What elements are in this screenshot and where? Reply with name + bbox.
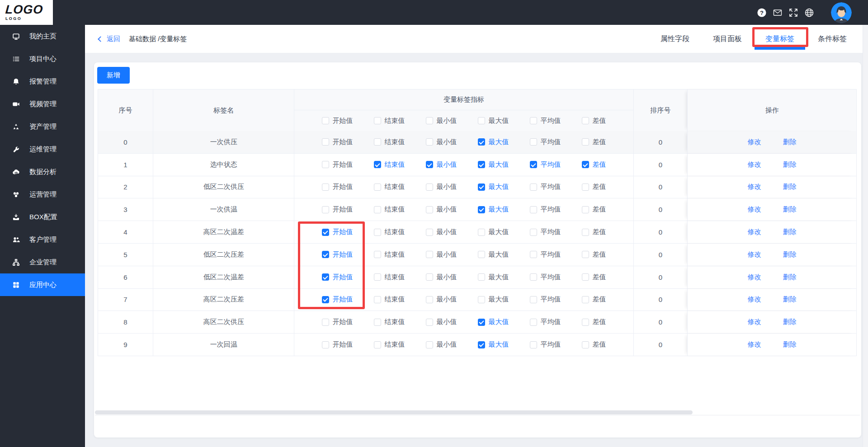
checkbox-checked-icon[interactable] (322, 251, 329, 258)
checkbox-checked-icon[interactable] (426, 161, 433, 168)
sidebar-item-9[interactable]: 客户管理 (0, 228, 85, 251)
checkbox-icon[interactable] (374, 229, 381, 236)
tab-1[interactable]: 项目面板 (713, 34, 742, 44)
sidebar-item-6[interactable]: 数据分析 (0, 160, 85, 183)
checkbox-icon[interactable] (426, 206, 433, 213)
checkbox-icon[interactable] (530, 117, 537, 124)
sidebar-item-4[interactable]: 资产管理 (0, 115, 85, 138)
delete-link[interactable]: 删除 (783, 160, 797, 169)
sidebar-item-1[interactable]: 项目中心 (0, 47, 85, 70)
sidebar-item-7[interactable]: 运营管理 (0, 183, 85, 206)
checkbox-checked-icon[interactable] (530, 161, 537, 168)
checkbox-icon[interactable] (530, 319, 537, 326)
modify-link[interactable]: 修改 (748, 160, 761, 169)
help-icon[interactable]: ? (757, 8, 767, 18)
checkbox-icon[interactable] (582, 184, 589, 191)
checkbox-icon[interactable] (426, 273, 433, 281)
delete-link[interactable]: 删除 (783, 340, 797, 349)
checkbox-icon[interactable] (426, 296, 433, 303)
checkbox-icon[interactable] (530, 341, 537, 348)
checkbox-icon[interactable] (374, 273, 381, 281)
checkbox-checked-icon[interactable] (374, 161, 381, 168)
checkbox-icon[interactable] (582, 117, 589, 124)
modify-link[interactable]: 修改 (748, 138, 761, 146)
sidebar-item-2[interactable]: 报警管理 (0, 70, 85, 93)
delete-link[interactable]: 删除 (783, 138, 797, 146)
checkbox-icon[interactable] (426, 319, 433, 326)
checkbox-icon[interactable] (426, 341, 433, 348)
checkbox-icon[interactable] (374, 251, 381, 258)
checkbox-icon[interactable] (582, 296, 589, 303)
checkbox-icon[interactable] (322, 206, 329, 213)
checkbox-icon[interactable] (426, 184, 433, 191)
checkbox-checked-icon[interactable] (478, 319, 485, 326)
checkbox-icon[interactable] (530, 251, 537, 258)
fullscreen-icon[interactable] (788, 8, 798, 18)
mail-icon[interactable] (773, 8, 783, 18)
checkbox-checked-icon[interactable] (582, 161, 589, 168)
checkbox-icon[interactable] (582, 138, 589, 146)
delete-link[interactable]: 删除 (783, 250, 797, 259)
checkbox-icon[interactable] (374, 206, 381, 213)
checkbox-icon[interactable] (582, 319, 589, 326)
checkbox-icon[interactable] (530, 296, 537, 303)
tab-2[interactable]: 变量标签 (765, 34, 794, 44)
checkbox-icon[interactable] (374, 296, 381, 303)
checkbox-icon[interactable] (478, 229, 485, 236)
sidebar-item-0[interactable]: 我的主页 (0, 25, 85, 47)
sidebar-item-10[interactable]: 企业管理 (0, 251, 85, 273)
tab-3[interactable]: 条件标签 (818, 34, 847, 44)
delete-link[interactable]: 删除 (783, 318, 797, 326)
checkbox-icon[interactable] (322, 117, 329, 124)
checkbox-icon[interactable] (426, 138, 433, 146)
modify-link[interactable]: 修改 (748, 340, 761, 349)
sidebar-item-8[interactable]: BOX配置 (0, 206, 85, 228)
checkbox-icon[interactable] (582, 229, 589, 236)
tab-0[interactable]: 属性字段 (660, 34, 689, 44)
checkbox-checked-icon[interactable] (322, 273, 329, 281)
delete-link[interactable]: 删除 (783, 295, 797, 304)
checkbox-icon[interactable] (322, 138, 329, 146)
modify-link[interactable]: 修改 (748, 273, 761, 282)
checkbox-icon[interactable] (582, 341, 589, 348)
checkbox-icon[interactable] (582, 206, 589, 213)
checkbox-icon[interactable] (322, 319, 329, 326)
checkbox-icon[interactable] (530, 138, 537, 146)
checkbox-icon[interactable] (426, 117, 433, 124)
checkbox-checked-icon[interactable] (478, 184, 485, 191)
sidebar-item-5[interactable]: 运维管理 (0, 138, 85, 160)
modify-link[interactable]: 修改 (748, 318, 761, 326)
checkbox-icon[interactable] (322, 161, 329, 168)
delete-link[interactable]: 删除 (783, 205, 797, 214)
user-avatar[interactable] (831, 2, 852, 23)
sidebar-item-11[interactable]: 应用中心 (0, 273, 85, 296)
checkbox-checked-icon[interactable] (478, 138, 485, 146)
checkbox-icon[interactable] (530, 229, 537, 236)
checkbox-icon[interactable] (530, 184, 537, 191)
modify-link[interactable]: 修改 (748, 183, 761, 191)
checkbox-checked-icon[interactable] (478, 206, 485, 213)
delete-link[interactable]: 删除 (783, 183, 797, 191)
checkbox-checked-icon[interactable] (478, 161, 485, 168)
modify-link[interactable]: 修改 (748, 205, 761, 214)
checkbox-checked-icon[interactable] (322, 229, 329, 236)
checkbox-icon[interactable] (478, 273, 485, 281)
checkbox-icon[interactable] (478, 251, 485, 258)
checkbox-icon[interactable] (374, 341, 381, 348)
delete-link[interactable]: 删除 (783, 273, 797, 282)
globe-icon[interactable] (804, 8, 814, 18)
checkbox-icon[interactable] (530, 273, 537, 281)
checkbox-icon[interactable] (374, 138, 381, 146)
modify-link[interactable]: 修改 (748, 250, 761, 259)
horizontal-scrollbar-thumb[interactable] (95, 410, 693, 414)
modify-link[interactable]: 修改 (748, 228, 761, 236)
checkbox-icon[interactable] (374, 117, 381, 124)
checkbox-icon[interactable] (530, 206, 537, 213)
sidebar-item-3[interactable]: 视频管理 (0, 93, 85, 115)
checkbox-icon[interactable] (478, 117, 485, 124)
checkbox-icon[interactable] (582, 251, 589, 258)
checkbox-icon[interactable] (374, 184, 381, 191)
checkbox-icon[interactable] (582, 273, 589, 281)
back-button[interactable]: 返回 (99, 25, 120, 53)
delete-link[interactable]: 删除 (783, 228, 797, 236)
